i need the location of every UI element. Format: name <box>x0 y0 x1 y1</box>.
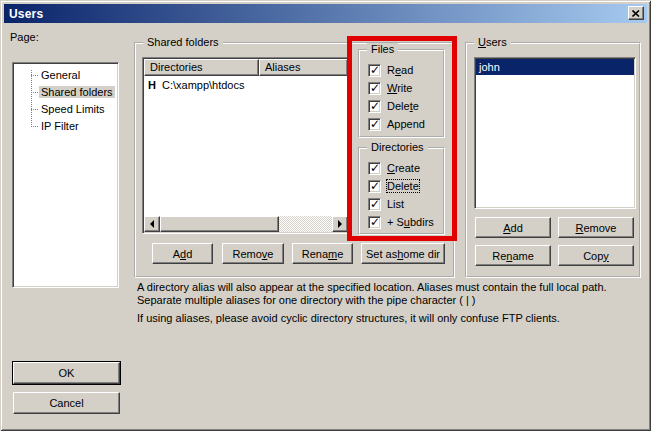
close-button[interactable] <box>628 6 644 20</box>
directory-row[interactable]: HC:\xampp\htdocs <box>144 77 348 93</box>
shared-folders-group-label: Shared folders <box>143 36 223 48</box>
files-append-row[interactable]: Append <box>368 117 425 131</box>
shared-folders-group: Shared folders Directories Aliases HC:\x… <box>134 42 455 278</box>
delete-dirs-checkbox[interactable] <box>368 180 381 193</box>
tree-stub-icon <box>31 75 38 76</box>
page-label: Page: <box>10 31 39 43</box>
horizontal-scrollbar[interactable] <box>144 216 348 232</box>
list-header: Directories Aliases <box>144 59 348 76</box>
users-dialog: Users Page: General Shared folders Speed… <box>0 0 651 431</box>
right-arrow-icon <box>338 220 346 228</box>
left-arrow-icon <box>146 220 154 228</box>
user-row-selected[interactable]: john <box>476 59 634 75</box>
cancel-button[interactable]: Cancel <box>13 392 120 414</box>
list-checkbox-label: List <box>387 198 404 210</box>
dirs-list-row[interactable]: List <box>368 197 404 211</box>
create-checkbox-label: Create <box>387 162 420 174</box>
users-list[interactable]: john <box>474 57 636 209</box>
shared-remove-button[interactable]: Remove <box>222 243 284 264</box>
delete-files-checkbox[interactable] <box>368 100 381 113</box>
files-delete-row[interactable]: Delete <box>368 99 419 113</box>
page-item-shared-folders[interactable]: Shared folders <box>13 84 118 101</box>
dirs-delete-row[interactable]: Delete <box>368 179 419 193</box>
users-group-label: Users <box>474 36 511 48</box>
window-title: Users <box>9 7 43 21</box>
delete-dirs-checkbox-label: Delete <box>387 180 419 192</box>
read-checkbox-label: Read <box>387 64 413 76</box>
user-remove-button[interactable]: Remove <box>558 217 634 238</box>
user-copy-button[interactable]: Copy <box>558 245 634 266</box>
files-read-row[interactable]: Read <box>368 63 413 77</box>
close-icon <box>632 10 640 17</box>
column-header-directories[interactable]: Directories <box>144 59 259 76</box>
directories-group-label: Directories <box>367 141 428 153</box>
page-item-label: IP Filter <box>39 120 81 132</box>
page-item-ip-filter[interactable]: IP Filter <box>13 118 118 135</box>
page-item-general[interactable]: General <box>13 67 118 84</box>
page-item-label: Speed Limits <box>39 103 107 115</box>
dirs-subdirs-row[interactable]: + Subdirs <box>368 215 434 229</box>
files-group-label: Files <box>367 43 398 55</box>
directories-permissions-group: Directories Create Delete List + Subdirs <box>358 147 445 235</box>
alias-note-text: A directory alias will also appear at th… <box>137 281 639 307</box>
delete-files-checkbox-label: Delete <box>387 100 419 112</box>
page-item-label: General <box>39 69 82 81</box>
page-item-speed-limits[interactable]: Speed Limits <box>13 101 118 118</box>
shared-rename-button[interactable]: Rename <box>292 243 353 264</box>
read-checkbox[interactable] <box>368 64 381 77</box>
subdirs-checkbox[interactable] <box>368 216 381 229</box>
page-item-label-selected: Shared folders <box>39 86 115 98</box>
shared-add-button[interactable]: Add <box>152 243 213 264</box>
dirs-create-row[interactable]: Create <box>368 161 420 175</box>
append-checkbox-label: Append <box>387 118 425 130</box>
subdirs-checkbox-label: + Subdirs <box>387 216 434 228</box>
user-add-button[interactable]: Add <box>475 217 551 238</box>
titlebar[interactable]: Users <box>4 4 647 23</box>
append-checkbox[interactable] <box>368 118 381 131</box>
set-as-home-dir-button[interactable]: Set as home dir <box>361 243 445 264</box>
tree-stub-icon <box>31 126 38 127</box>
write-checkbox-label: Write <box>387 82 412 94</box>
write-checkbox[interactable] <box>368 82 381 95</box>
users-group: Users john Add Remove Rename Copy <box>465 42 641 278</box>
cyclic-note-text: If using aliases, please avoid cyclic di… <box>137 312 639 325</box>
scroll-right-button[interactable] <box>332 216 348 232</box>
ok-button[interactable]: OK <box>13 362 120 384</box>
files-write-row[interactable]: Write <box>368 81 412 95</box>
tree-stub-icon <box>31 92 38 93</box>
directory-path: C:\xampp\htdocs <box>156 79 245 91</box>
list-checkbox[interactable] <box>368 198 381 211</box>
directories-list[interactable]: Directories Aliases HC:\xampp\htdocs <box>142 57 350 234</box>
files-permissions-group: Files Read Write Delete Append <box>358 49 445 138</box>
page-tree[interactable]: General Shared folders Speed Limits IP F… <box>12 62 119 288</box>
home-dir-marker: H <box>144 79 156 91</box>
create-checkbox[interactable] <box>368 162 381 175</box>
column-header-aliases[interactable]: Aliases <box>259 59 348 76</box>
scroll-left-button[interactable] <box>144 216 160 232</box>
scrollbar-thumb[interactable] <box>160 216 279 232</box>
user-rename-button[interactable]: Rename <box>475 245 551 266</box>
tree-stub-icon <box>31 109 38 110</box>
